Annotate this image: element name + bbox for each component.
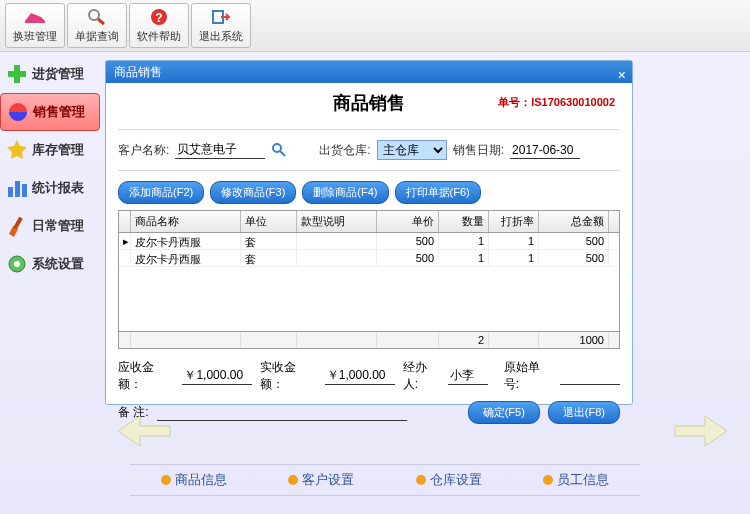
svg-point-12 [273, 144, 281, 152]
close-icon[interactable]: × [618, 64, 626, 86]
add-product-button[interactable]: 添加商品(F2) [118, 181, 204, 204]
edit-product-button[interactable]: 修改商品(F3) [210, 181, 296, 204]
brush-icon [6, 215, 28, 237]
sidebar-item-settings[interactable]: 系统设置 [0, 245, 100, 283]
label: 单据查询 [75, 29, 119, 44]
bullet-icon [288, 475, 298, 485]
svg-rect-9 [13, 217, 22, 229]
help-button[interactable]: ? 软件帮助 [129, 3, 189, 48]
sidebar-item-stats[interactable]: 统计报表 [0, 169, 100, 207]
nav-warehouse[interactable]: 仓库设置 [416, 471, 482, 489]
label: 日常管理 [32, 217, 84, 235]
receivable-input[interactable] [182, 368, 252, 385]
sidebar-item-inventory[interactable]: 库存管理 [0, 131, 100, 169]
customer-input[interactable] [175, 142, 265, 159]
bars-icon [6, 177, 28, 199]
table-header: 商品名称单位款型说明单价数量打折率总金额 [119, 211, 619, 233]
sidebar-item-daily[interactable]: 日常管理 [0, 207, 100, 245]
nav-product-info[interactable]: 商品信息 [161, 471, 227, 489]
label: 进货管理 [32, 65, 84, 83]
date-label: 销售日期: [453, 142, 504, 159]
label: 销售管理 [33, 103, 85, 121]
shift-mgmt-button[interactable]: 换班管理 [5, 3, 65, 48]
table-row[interactable]: 皮尔卡丹西服套50011500 [119, 250, 619, 267]
bullet-icon [416, 475, 426, 485]
label: 库存管理 [32, 141, 84, 159]
orig-input[interactable] [560, 368, 620, 385]
label: 换班管理 [13, 29, 57, 44]
top-toolbar: 换班管理 单据查询 ? 软件帮助 退出系统 [0, 0, 750, 52]
svg-line-13 [280, 151, 285, 156]
svg-text:?: ? [155, 11, 162, 25]
operator-input[interactable] [448, 368, 488, 385]
dialog-titlebar: 商品销售 × [106, 61, 632, 83]
prev-arrow-icon[interactable] [110, 408, 180, 454]
plus-icon [6, 63, 28, 85]
warehouse-select[interactable]: 主仓库 [377, 140, 447, 160]
bottom-nav: 商品信息 客户设置 仓库设置 员工信息 [130, 464, 640, 496]
nav-staff[interactable]: 员工信息 [543, 471, 609, 489]
table-footer: 21000 [119, 331, 619, 348]
actual-label: 实收金额： [260, 359, 316, 393]
customer-label: 客户名称: [118, 142, 169, 159]
svg-point-11 [14, 261, 20, 267]
window-title: 商品销售 [114, 65, 162, 79]
print-button[interactable]: 打印单据(F6) [395, 181, 481, 204]
nav-customer[interactable]: 客户设置 [288, 471, 354, 489]
label: 统计报表 [32, 179, 84, 197]
gear-icon [6, 253, 28, 275]
bullet-icon [543, 475, 553, 485]
query-button[interactable]: 单据查询 [67, 3, 127, 48]
help-icon: ? [147, 7, 171, 27]
label: 系统设置 [32, 255, 84, 273]
orig-label: 原始单号: [504, 359, 552, 393]
svg-rect-7 [15, 181, 20, 197]
exit-dialog-button[interactable]: 退出(F8) [548, 401, 620, 424]
confirm-button[interactable]: 确定(F5) [468, 401, 540, 424]
order-number: 单号：IS170630010002 [498, 95, 615, 110]
exit-button[interactable]: 退出系统 [191, 3, 251, 48]
svg-rect-6 [8, 187, 13, 197]
remark-input[interactable] [157, 404, 407, 421]
warehouse-label: 出货仓库: [319, 142, 370, 159]
star-icon [6, 139, 28, 161]
next-arrow-icon[interactable] [665, 408, 735, 454]
page-title: 商品销售 [333, 93, 405, 113]
svg-line-1 [98, 19, 104, 24]
label: 软件帮助 [137, 29, 181, 44]
search-icon[interactable] [271, 142, 287, 158]
label: 退出系统 [199, 29, 243, 44]
bullet-icon [161, 475, 171, 485]
svg-point-0 [89, 10, 99, 20]
items-table: 商品名称单位款型说明单价数量打折率总金额 ▸皮尔卡丹西服套50011500 皮尔… [118, 210, 620, 349]
exit-icon [209, 7, 233, 27]
filter-row: 客户名称: 出货仓库: 主仓库 销售日期: [118, 129, 620, 171]
ball-icon [7, 101, 29, 123]
sidebar-item-purchase[interactable]: 进货管理 [0, 55, 100, 93]
sales-dialog: 商品销售 × 商品销售 单号：IS170630010002 客户名称: 出货仓库… [105, 60, 633, 405]
table-row[interactable]: ▸皮尔卡丹西服套50011500 [119, 233, 619, 250]
sidebar: 进货管理 销售管理 库存管理 统计报表 日常管理 系统设置 [0, 55, 100, 283]
receivable-label: 应收金额： [118, 359, 174, 393]
magnifier-icon [85, 7, 109, 27]
actual-input[interactable] [325, 368, 395, 385]
delete-product-button[interactable]: 删除商品(F4) [302, 181, 388, 204]
svg-rect-8 [22, 184, 27, 197]
shoe-icon [23, 7, 47, 27]
date-input[interactable] [510, 142, 580, 159]
sidebar-item-sales[interactable]: 销售管理 [0, 93, 100, 131]
operator-label: 经办人: [403, 359, 440, 393]
